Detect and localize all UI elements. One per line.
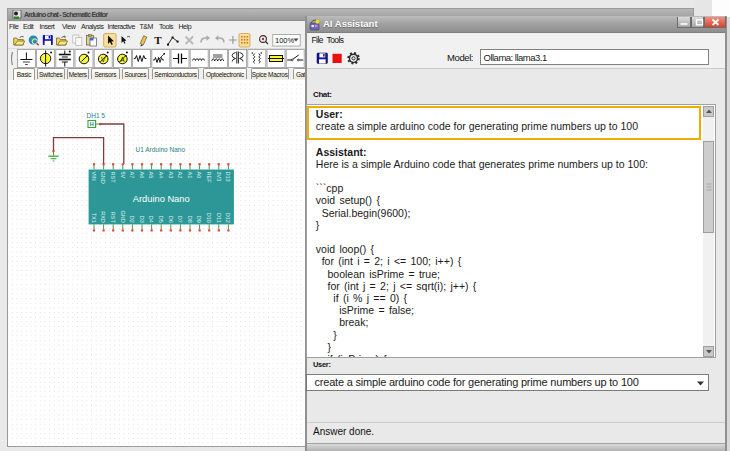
- svg-text:D7: D7: [177, 216, 183, 223]
- svg-text:5V: 5V: [120, 172, 126, 179]
- svg-text:A0: A0: [196, 172, 202, 179]
- svg-text:3V3: 3V3: [216, 172, 222, 182]
- svg-text:D3: D3: [139, 216, 145, 223]
- svg-text:D5: D5: [158, 216, 164, 223]
- svg-text:RST: RST: [110, 212, 116, 224]
- svg-text:REF: REF: [206, 172, 212, 184]
- svg-text:T: T: [154, 34, 162, 46]
- svg-text:TX1: TX1: [91, 213, 97, 223]
- svg-text:A2: A2: [177, 172, 183, 179]
- svg-text:A1: A1: [187, 172, 193, 179]
- svg-text:D13: D13: [225, 172, 231, 182]
- svg-text:D9: D9: [196, 216, 202, 223]
- svg-text:VIN: VIN: [91, 172, 97, 181]
- svg-text:A7: A7: [129, 172, 135, 179]
- svg-text:D12: D12: [225, 213, 231, 223]
- svg-text:A5: A5: [148, 172, 154, 179]
- svg-text:U1 Arduino Nano: U1 Arduino Nano: [136, 146, 186, 153]
- svg-text:D10: D10: [206, 213, 212, 223]
- svg-text:GND: GND: [100, 172, 106, 184]
- svg-text:100%: 100%: [275, 36, 295, 45]
- svg-text:A4: A4: [158, 172, 164, 179]
- svg-text:H: H: [90, 121, 94, 127]
- svg-text:GND: GND: [120, 211, 126, 223]
- svg-text:Arduino Nano: Arduino Nano: [133, 194, 190, 204]
- svg-text:D8: D8: [187, 216, 193, 223]
- svg-text:RST: RST: [110, 172, 116, 184]
- svg-text:A3: A3: [168, 172, 174, 179]
- svg-text:D2: D2: [129, 216, 135, 223]
- svg-text:A6: A6: [139, 172, 145, 179]
- svg-text:RXD: RXD: [100, 211, 106, 223]
- svg-text:DH1 5: DH1 5: [87, 112, 106, 119]
- svg-text:D4: D4: [148, 216, 154, 223]
- svg-text:D11: D11: [216, 213, 222, 223]
- svg-text:D6: D6: [168, 216, 174, 223]
